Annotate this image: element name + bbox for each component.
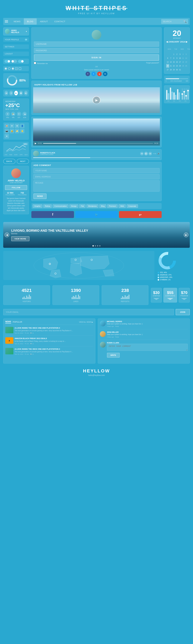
menu-item-profile[interactable]: YOUR PROFILE 9	[3, 37, 29, 42]
slider-4[interactable]	[188, 88, 188, 100]
tag-corporate[interactable]: Corporate	[127, 204, 138, 208]
comment-email-input[interactable]	[33, 174, 160, 179]
twitter-login-btn[interactable]: t	[91, 72, 96, 76]
cal-cell[interactable]: 2	[175, 52, 178, 56]
cal-next-btn[interactable]: ▶	[186, 40, 188, 43]
cal-cell[interactable]: 19	[185, 60, 188, 64]
music-play[interactable]: ▶	[144, 152, 148, 155]
carousel-dot-1[interactable]	[92, 245, 94, 246]
tag-wordpress[interactable]: Wordpress	[86, 204, 98, 208]
icon-box-5[interactable]: 📷	[4, 129, 9, 133]
password-input[interactable]	[34, 48, 159, 53]
cal-cell[interactable]: 22	[172, 64, 175, 68]
cal-cell[interactable]: 13	[166, 60, 169, 64]
checkbox-2[interactable]	[19, 67, 21, 70]
tag-design[interactable]: Design	[69, 204, 78, 208]
cal-cell[interactable]: 30	[175, 68, 178, 72]
icon-box-1[interactable]: 🏠	[4, 124, 9, 128]
icon-box-8[interactable]: ⭐	[20, 129, 24, 133]
cal-cell[interactable]	[182, 68, 185, 72]
cal-cell[interactable]: 16	[175, 60, 178, 64]
carousel-nav-right[interactable]: ▶	[184, 232, 189, 237]
cal-cell[interactable]: 1	[172, 52, 175, 56]
linkedin-login-btn[interactable]: in	[103, 72, 107, 76]
price-card-premium[interactable]: $70 PREMIUM	[179, 288, 190, 302]
play-btn[interactable]: ▶	[14, 91, 18, 95]
write-comment-button[interactable]: WRITE	[107, 353, 120, 358]
toggle-3[interactable]	[18, 60, 24, 63]
seek-bar[interactable]	[43, 143, 153, 144]
radio-2[interactable]	[8, 67, 11, 70]
cal-cell[interactable]: 27	[166, 68, 169, 72]
view-more-button[interactable]: VIEW MORE	[11, 236, 29, 241]
cal-prev-btn[interactable]: ◀	[166, 40, 168, 43]
cal-cell[interactable]: 4	[182, 52, 185, 56]
tag-web[interactable]: Web	[119, 204, 126, 208]
radio-3[interactable]	[11, 67, 14, 70]
cal-cell[interactable]: 26	[185, 64, 188, 68]
nav-blog[interactable]: BLOG	[24, 18, 37, 25]
stop-btn[interactable]: ⏹	[19, 91, 23, 95]
googleplus-share-btn[interactable]: g+	[119, 211, 162, 218]
tag-premium[interactable]: Premium	[107, 204, 118, 208]
nav-news[interactable]: NEWS	[10, 18, 24, 25]
price-card-corporate[interactable]: $55 CORPORATE	[163, 288, 177, 302]
slider-3[interactable]	[186, 88, 187, 100]
twitter-share-btn[interactable]: 🐦	[75, 211, 118, 218]
next-button[interactable]: NEXT	[17, 159, 29, 164]
carousel-dot-4[interactable]	[99, 245, 101, 246]
next-btn[interactable]: ⏭	[24, 91, 28, 95]
toggle-2[interactable]	[11, 60, 17, 63]
prev-btn[interactable]: ⏮	[4, 91, 8, 95]
price-card-started[interactable]: $30 STARTED	[151, 288, 162, 302]
music-prev[interactable]: ⏮	[140, 152, 144, 155]
cal-cell[interactable]	[185, 68, 188, 72]
pause-btn[interactable]: ⏸	[9, 91, 13, 95]
cal-cell[interactable]: 6	[166, 56, 169, 60]
cal-cell[interactable]: 9	[175, 56, 178, 60]
comment-reply-michael[interactable]: Reply	[115, 326, 119, 327]
menu-item-settings[interactable]: SETTINGS	[3, 44, 29, 49]
cal-cell[interactable]: 5	[185, 52, 188, 56]
cal-cell[interactable]: 12	[185, 56, 188, 60]
cal-cell[interactable]: 11	[182, 56, 185, 60]
carousel-nav-left[interactable]: ◀	[4, 232, 9, 237]
nav-about[interactable]: ABOUT	[37, 18, 51, 25]
music-next[interactable]: ⏭	[149, 152, 152, 155]
cal-cell[interactable]: 17	[179, 60, 182, 64]
tag-communication[interactable]: Communication	[53, 204, 68, 208]
icon-box-9[interactable]: ♥	[4, 134, 9, 138]
cal-cell[interactable]: 25	[182, 64, 185, 68]
tag-retina[interactable]: Retina	[43, 204, 52, 208]
search-input[interactable]	[163, 20, 182, 23]
tab-news[interactable]: NEWS	[5, 320, 11, 324]
cal-cell[interactable]: 21	[169, 64, 172, 68]
icon-box-3[interactable]: ⚙	[15, 124, 19, 128]
menu-icon[interactable]	[5, 20, 8, 22]
google-login-btn[interactable]: g	[97, 72, 102, 76]
tab-popular[interactable]: POPULAR	[13, 321, 22, 323]
tag-graphic[interactable]: Graphic	[33, 204, 42, 208]
slider-2[interactable]	[184, 88, 185, 100]
video-play-btn[interactable]: ▶	[35, 142, 36, 144]
forgot-password-link[interactable]: Forgot password?	[146, 62, 159, 64]
cal-cell-today[interactable]: 20	[166, 64, 169, 68]
cal-cell[interactable]: 18	[182, 60, 185, 64]
carousel-dot-2[interactable]	[95, 245, 96, 246]
tag-flat[interactable]: Flat	[79, 204, 86, 208]
cal-cell[interactable]: 23	[175, 64, 178, 68]
remember-me-label[interactable]: Remember me	[34, 62, 48, 64]
carousel-dot-3[interactable]	[97, 245, 98, 246]
slider-1[interactable]	[182, 88, 183, 100]
cal-cell[interactable]: 14	[169, 60, 172, 64]
cal-cell[interactable]: 3	[179, 52, 182, 56]
checkbox-1[interactable]: ✓	[15, 67, 18, 70]
comment-reply-jena[interactable]: Reply	[115, 336, 119, 338]
view-all-news[interactable]: VIEW ALL NEWS ▶	[79, 321, 93, 323]
cal-cell[interactable]: 15	[172, 60, 175, 64]
signin-button[interactable]: SIGN IN	[34, 54, 159, 61]
icon-box-6[interactable]: 🔔	[10, 129, 14, 133]
username-input[interactable]	[34, 42, 159, 47]
cal-cell[interactable]: 31	[179, 68, 182, 72]
write-comment-input[interactable]	[107, 344, 188, 351]
